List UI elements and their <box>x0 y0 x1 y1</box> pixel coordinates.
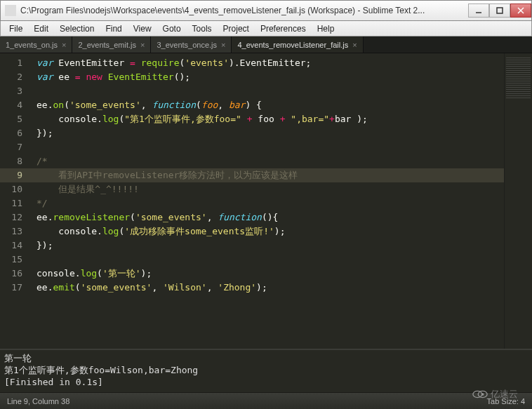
code-line[interactable] <box>29 253 504 267</box>
tab-4_events_removeListener_fail-js[interactable]: 4_events_removeListener_fail.js× <box>232 36 363 53</box>
menu-goto[interactable]: Goto <box>157 22 187 35</box>
code-line[interactable]: }); <box>29 126 504 140</box>
svg-point-6 <box>481 393 484 396</box>
close-icon[interactable]: × <box>62 41 66 49</box>
code-line[interactable]: ee.emit('some_events', 'Wilson', 'Zhong'… <box>29 281 504 295</box>
code-line[interactable]: console.log("第1个监听事件,参数foo=" + foo + ",b… <box>29 112 504 126</box>
watermark: 亿速云 <box>472 388 518 401</box>
code-line[interactable]: ee.on('some_events', function(foo, bar) … <box>29 98 504 112</box>
line-number[interactable]: 8 <box>0 154 29 168</box>
svg-point-4 <box>473 391 482 397</box>
code-line[interactable]: var EventEmitter = require('events').Eve… <box>29 56 504 70</box>
menu-view[interactable]: View <box>128 22 157 35</box>
svg-rect-1 <box>497 8 503 13</box>
line-number[interactable]: 10 <box>0 182 29 196</box>
gutter: 1234567891011121314151617 <box>0 53 29 349</box>
window-controls <box>468 4 531 18</box>
line-number[interactable]: 4 <box>0 98 29 112</box>
line-number[interactable]: 13 <box>0 224 29 239</box>
code-line[interactable]: ee.removeListener('some_events', functio… <box>29 210 504 224</box>
tab-label: 1_events_on.js <box>6 41 58 49</box>
line-number[interactable]: 12 <box>0 210 29 224</box>
menu-preferences[interactable]: Preferences <box>255 22 312 35</box>
console-line: [Finished in 0.1s] <box>4 376 528 388</box>
line-number[interactable]: 11 <box>0 196 29 210</box>
menu-project[interactable]: Project <box>218 22 255 35</box>
code-line[interactable]: console.log('成功移除事件some_events监听!'); <box>29 224 504 239</box>
code-line[interactable]: /* <box>29 154 504 168</box>
line-number[interactable]: 7 <box>0 140 29 154</box>
line-number[interactable]: 2 <box>0 70 29 84</box>
tab-label: 2_events_emit.js <box>78 41 136 49</box>
line-number[interactable]: 3 <box>0 84 29 98</box>
minimap[interactable] <box>504 53 532 349</box>
status-left: Line 9, Column 38 <box>7 397 69 405</box>
menu-find[interactable]: Find <box>100 22 127 35</box>
titlebar: C:\Program Files\nodejs\Workspace\events… <box>0 0 532 21</box>
code-line[interactable]: console.log('第一轮'); <box>29 267 504 281</box>
menu-help[interactable]: Help <box>312 22 340 35</box>
line-number[interactable]: 9 <box>0 168 29 182</box>
close-icon[interactable]: × <box>221 41 225 49</box>
line-number[interactable]: 16 <box>0 267 29 281</box>
line-number[interactable]: 14 <box>0 239 29 253</box>
console-line: 第一轮 <box>4 352 528 364</box>
editor: 1234567891011121314151617 var EventEmitt… <box>0 53 532 349</box>
tab-label: 4_events_removeListener_fail.js <box>237 41 348 49</box>
code-line[interactable] <box>29 140 504 154</box>
watermark-text: 亿速云 <box>491 388 518 401</box>
tab-3_events_once-js[interactable]: 3_events_once.js× <box>151 36 232 53</box>
code-line[interactable]: 但是结果^_^!!!!! <box>29 182 504 196</box>
menubar: FileEditSelectionFindViewGotoToolsProjec… <box>0 21 532 36</box>
close-button[interactable] <box>510 4 531 18</box>
tab-label: 3_events_once.js <box>157 41 217 49</box>
window-title: C:\Program Files\nodejs\Workspace\events… <box>20 6 468 15</box>
menu-edit[interactable]: Edit <box>28 22 54 35</box>
console-line: 第1个监听事件,参数foo=Wilson,bar=Zhong <box>4 364 528 376</box>
line-number[interactable]: 17 <box>0 281 29 295</box>
code-line[interactable] <box>29 84 504 98</box>
line-number[interactable]: 1 <box>0 56 29 70</box>
line-number[interactable]: 6 <box>0 126 29 140</box>
menu-selection[interactable]: Selection <box>54 22 100 35</box>
menu-file[interactable]: File <box>4 22 28 35</box>
maximize-button[interactable] <box>489 4 510 18</box>
app-icon <box>5 5 16 16</box>
code-line[interactable]: */ <box>29 196 504 210</box>
tab-strip: 1_events_on.js×2_events_emit.js×3_events… <box>0 36 532 53</box>
menu-tools[interactable]: Tools <box>187 22 218 35</box>
code-line[interactable]: 看到API中removeListener移除方法时，以为应该是这样 <box>29 168 504 182</box>
minimize-button[interactable] <box>468 4 489 18</box>
code-area[interactable]: var EventEmitter = require('events').Eve… <box>29 53 504 349</box>
tab-2_events_emit-js[interactable]: 2_events_emit.js× <box>72 36 151 53</box>
code-line[interactable]: var ee = new EventEmitter(); <box>29 70 504 84</box>
tab-1_events_on-js[interactable]: 1_events_on.js× <box>0 36 72 53</box>
console-panel: 第一轮第1个监听事件,参数foo=Wilson,bar=Zhong[Finish… <box>0 349 532 391</box>
close-icon[interactable]: × <box>352 41 357 49</box>
close-icon[interactable]: × <box>140 41 145 49</box>
code-line[interactable]: }); <box>29 239 504 253</box>
line-number[interactable]: 5 <box>0 112 29 126</box>
line-number[interactable]: 15 <box>0 253 29 267</box>
statusbar: Line 9, Column 38 Tab Size: 4 <box>0 392 532 409</box>
